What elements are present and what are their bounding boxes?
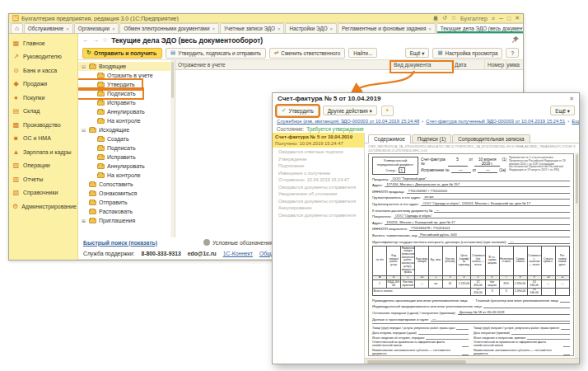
signature-certificate-button[interactable]: ✦ — [381, 106, 394, 116]
change-responsible-button[interactable]: ⇄ Сменить ответственного — [269, 48, 345, 59]
approve-sign-send-button[interactable]: ▤ Утвердить, подписать и отправить — [166, 48, 266, 59]
tree-scrollbar[interactable] — [170, 60, 175, 237]
section-menu-item[interactable]: ▨ Операции — [9, 159, 77, 173]
tree-item[interactable]: Отразить в учете — [78, 71, 175, 80]
bell-icon[interactable] — [433, 16, 438, 21]
invoice-close-button[interactable]: ✕ — [569, 96, 574, 102]
tab-close-icon[interactable]: × — [212, 26, 215, 31]
support-email[interactable]: edo@1c.ru — [188, 251, 217, 256]
star-icon[interactable]: ☆ — [102, 36, 108, 44]
column-sum[interactable]: Сумма — [506, 60, 523, 69]
invoice-tab[interactable]: Подписи (1) — [412, 134, 452, 143]
case-document-link[interactable]: Счет-фактура полученный ЭДО-000003 от 10… — [426, 119, 565, 124]
tree-item[interactable]: ⊟ Исходящие — [78, 125, 175, 134]
favorites-star-icon[interactable]: ☆ — [451, 15, 456, 21]
help-button[interactable]: ? — [506, 48, 519, 58]
maximize-button[interactable]: □ — [507, 16, 511, 21]
1c-connect-link[interactable]: 1С-Коннект — [223, 251, 253, 256]
tree-toggle-icon[interactable]: ⊟ — [81, 63, 86, 69]
tab-close-icon[interactable]: × — [330, 26, 334, 31]
window-tab[interactable]: Обмен электронными документами × — [119, 23, 219, 33]
timeline-item[interactable]: Аннулирование — [273, 204, 364, 211]
section-menu-item[interactable]: ▤ Склад — [9, 105, 77, 119]
send-receive-button[interactable]: ↻ Отправить и получить — [82, 48, 162, 59]
tree-item[interactable]: Распаковать — [78, 207, 175, 216]
section-menu-item[interactable]: ↗ Руководителю — [9, 50, 77, 64]
tree-item[interactable]: Аннулировать — [78, 107, 175, 116]
timeline-item[interactable]: Уведомление об уточнении — [273, 190, 364, 197]
tree-item[interactable]: ⊟ Входящие — [78, 62, 175, 71]
main-menu-icon[interactable]: ≡ — [492, 16, 495, 21]
tree-item[interactable]: Сопоставить — [78, 180, 175, 189]
tab-close-icon[interactable]: × — [66, 26, 69, 31]
case-document-link[interactable]: Служебное (изв. квитанция) ЭДО-000003 от… — [277, 119, 419, 124]
window-tab[interactable]: Настройки ЭДО × — [285, 23, 337, 33]
tree-toggle-icon[interactable]: ⊞ — [81, 218, 86, 223]
tree-item[interactable]: Утвердить — [78, 80, 142, 89]
tab-home[interactable]: ⌂ — [11, 23, 23, 33]
document-view[interactable]: Универсальный передаточный документ Стат… — [365, 153, 579, 358]
other-actions-button[interactable]: Другие действия ▾ — [323, 106, 377, 115]
column-number[interactable]: Номер — [485, 60, 506, 69]
timeline-item[interactable]: Ожидаются ответные подписи — [273, 148, 364, 155]
invoice-more-button[interactable]: Ещё ▾ — [550, 106, 575, 115]
tree-item[interactable]: Исправить — [78, 153, 175, 162]
tree-item[interactable]: На контроле — [78, 116, 175, 125]
section-menu-item[interactable]: ● Покупки — [9, 91, 77, 105]
tab-close-icon[interactable]: × — [278, 26, 281, 31]
tab-close-icon[interactable]: × — [112, 26, 115, 31]
timeline-item[interactable]: Ожидаются документы отправителя — [273, 210, 364, 218]
section-menu-item[interactable]: ▩ Производство — [9, 118, 77, 132]
back-arrow-icon[interactable]: ← — [82, 36, 89, 44]
window-tab[interactable]: Регламентные и фоновые задания × — [338, 23, 436, 33]
window-tab[interactable]: Учетные записи ЭДО × — [220, 23, 284, 33]
more-button[interactable]: Ещё ▾ — [405, 48, 430, 58]
invoice-tab[interactable]: Содержимое — [368, 134, 411, 143]
section-menu-item[interactable]: ⚙ Администрирование — [9, 200, 77, 214]
timeline-item[interactable]: Подписание — [273, 162, 364, 169]
timeline-item[interactable]: Ожидаются документы отправителя — [273, 196, 364, 204]
window-tab[interactable]: Обслуживание × — [24, 23, 73, 33]
tree-item[interactable]: ⊞ Приглашения — [78, 216, 175, 225]
tab-close-icon[interactable]: × — [428, 26, 432, 31]
minimize-button[interactable]: ─ — [499, 16, 503, 21]
section-menu-item[interactable]: ◆ Продажи — [9, 77, 77, 92]
timeline-item[interactable]: Извещение о получении — [273, 168, 364, 176]
tree-item[interactable]: Ознакомиться — [78, 189, 175, 198]
tree-item[interactable]: Создать — [78, 134, 175, 143]
find-button[interactable]: Найти... — [348, 48, 377, 58]
section-menu-item[interactable]: ■ ОС и НМА — [9, 132, 77, 146]
invoice-tab[interactable]: Сопроводительная записка — [452, 134, 530, 143]
tree-item[interactable]: Подписать — [78, 143, 175, 153]
timeline-item[interactable]: Ожидаются документы отправителя — [273, 182, 364, 190]
case-document-link[interactable]: Ещё — [572, 119, 579, 124]
tree-toggle-icon[interactable]: ⊟ — [81, 127, 86, 133]
document-horizontal-scrollbar[interactable] — [365, 358, 579, 364]
tree-item[interactable]: Исправить — [78, 98, 175, 107]
history-icon[interactable]: ↺ — [442, 15, 447, 21]
quick-search-link[interactable]: Быстрый поиск (показать) — [83, 240, 157, 246]
column-doc-type[interactable]: Вид документа — [391, 60, 452, 69]
section-menu-item[interactable]: ▦ Главное — [9, 36, 77, 50]
section-menu-item[interactable]: ▥ Отчеты — [9, 172, 77, 186]
tree-item[interactable]: Аннулировать — [78, 162, 175, 171]
forward-arrow-icon[interactable]: → — [92, 36, 99, 44]
tree-item[interactable]: На контроле — [78, 171, 175, 180]
approve-button[interactable]: ✓ Утвердить — [277, 106, 319, 116]
window-tab[interactable]: Организации × — [74, 23, 119, 33]
document-vertical-scrollbar[interactable] — [575, 153, 579, 358]
tree-item[interactable]: Отправить — [78, 198, 175, 207]
timeline-item[interactable]: Утверждение — [273, 154, 364, 162]
column-reflection[interactable]: Отражение в учете — [175, 60, 391, 69]
pin-icon[interactable] — [512, 36, 519, 45]
section-menu-item[interactable]: ⊙ Банк и касса — [9, 63, 77, 77]
close-button[interactable]: ✕ — [515, 15, 520, 21]
timeline-selected-item[interactable]: Счет-фактура № 5 от 10.04.2019 Получено:… — [273, 133, 364, 148]
section-menu-item[interactable]: ▧ Справочники — [9, 186, 77, 200]
window-tab[interactable]: Текущие дела ЭДО (весь документооборот) … — [436, 23, 523, 33]
column-date[interactable]: Дата — [452, 60, 485, 69]
view-settings-button[interactable]: ▦ Настройка просмотра — [432, 48, 502, 59]
section-menu-item[interactable]: ▲ Зарплата и кадры — [9, 145, 77, 159]
current-user-label[interactable]: Бухгалтер — [460, 16, 488, 21]
timeline-item[interactable]: Отправлено: 10.04.2019 15:24:47 — [273, 176, 364, 183]
